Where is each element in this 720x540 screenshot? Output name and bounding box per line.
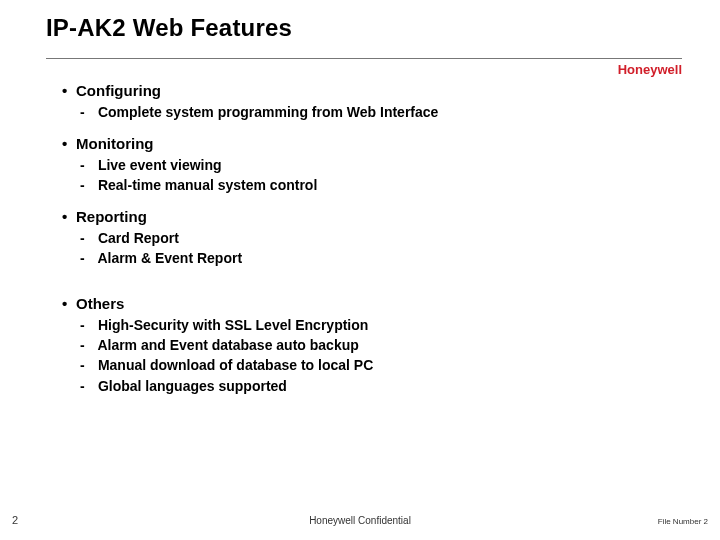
item-text: High-Security with SSL Level Encryption: [98, 317, 368, 333]
dash-icon: -: [80, 356, 94, 374]
slide: IP-AK2 Web Features Honeywell •Configuri…: [0, 0, 720, 540]
dash-icon: -: [80, 229, 94, 247]
dash-icon: -: [80, 103, 94, 121]
monitoring-item: - Live event viewing: [62, 156, 660, 174]
title-underline: [46, 58, 682, 59]
others-item: - High-Security with SSL Level Encryptio…: [62, 316, 660, 334]
configuring-item: - Complete system programming from Web I…: [62, 103, 660, 121]
section-label: Monitoring: [76, 135, 153, 152]
item-text: Alarm and Event database auto backup: [97, 337, 358, 353]
dash-icon: -: [80, 336, 94, 354]
brand-logo-text: Honeywell: [618, 62, 682, 77]
bullet-icon: •: [62, 295, 76, 314]
section-configuring: •Configuring: [62, 82, 660, 101]
slide-title: IP-AK2 Web Features: [46, 14, 680, 42]
section-label: Configuring: [76, 82, 161, 99]
section-reporting: •Reporting: [62, 208, 660, 227]
dash-icon: -: [80, 176, 94, 194]
item-text: Global languages supported: [98, 378, 287, 394]
dash-icon: -: [80, 316, 94, 334]
item-text: Real-time manual system control: [98, 177, 317, 193]
reporting-item: - Alarm & Event Report: [62, 249, 660, 267]
bullet-icon: •: [62, 82, 76, 101]
item-text: Complete system programming from Web Int…: [98, 104, 438, 120]
dash-icon: -: [80, 156, 94, 174]
others-item: - Manual download of database to local P…: [62, 356, 660, 374]
bullet-icon: •: [62, 208, 76, 227]
dash-icon: -: [80, 249, 94, 267]
item-text: Live event viewing: [98, 157, 222, 173]
monitoring-item: - Real-time manual system control: [62, 176, 660, 194]
others-item: - Global languages supported: [62, 377, 660, 395]
reporting-item: - Card Report: [62, 229, 660, 247]
section-monitoring: •Monitoring: [62, 135, 660, 154]
item-text: Card Report: [98, 230, 179, 246]
dash-icon: -: [80, 377, 94, 395]
section-others: •Others: [62, 295, 660, 314]
content-area: •Configuring - Complete system programmi…: [62, 82, 660, 395]
title-area: IP-AK2 Web Features: [46, 14, 680, 42]
bullet-icon: •: [62, 135, 76, 154]
section-label: Reporting: [76, 208, 147, 225]
others-item: - Alarm and Event database auto backup: [62, 336, 660, 354]
section-label: Others: [76, 295, 124, 312]
item-text: Alarm & Event Report: [97, 250, 242, 266]
confidentiality-notice: Honeywell Confidential: [0, 515, 720, 526]
file-number: File Number 2: [658, 517, 708, 526]
item-text: Manual download of database to local PC: [98, 357, 373, 373]
